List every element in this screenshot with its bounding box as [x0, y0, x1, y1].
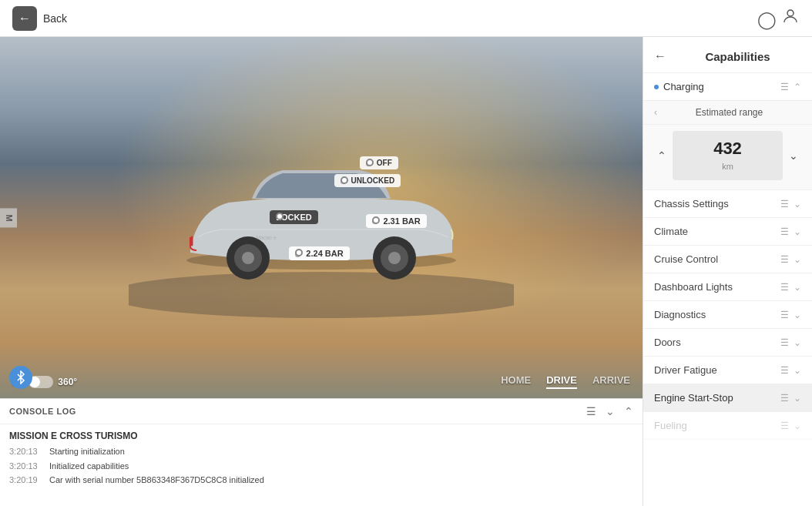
view-toggle-track[interactable]: [29, 376, 53, 388]
svg-point-0: [787, 10, 794, 16]
fueling-label: Fueling: [654, 420, 687, 431]
annotation-bar1: 2.31 BAR: [366, 214, 426, 228]
charging-icons: ☰ ⌃: [780, 82, 801, 92]
chassis-label: Chassis Settings: [654, 198, 729, 209]
back-label: Back: [43, 12, 67, 25]
bluetooth-icon[interactable]: [9, 366, 32, 389]
console-collapse-icon[interactable]: ⌃: [624, 405, 633, 417]
capabilities-title: Capabilities: [674, 50, 801, 63]
chassis-icons: ☰ ⌄: [780, 199, 801, 209]
console-download-icon[interactable]: ⌄: [606, 405, 615, 417]
diagnostics-icons: ☰ ⌄: [780, 310, 801, 320]
svg-point-5: [242, 252, 254, 264]
left-panel: PORSCHE Macan e OFF UNLOCKED LOCKED: [0, 37, 643, 506]
dashboard-icons: ☰ ⌄: [780, 282, 801, 293]
console-title: CONSOLE LOG: [9, 407, 76, 416]
charging-chevron-icon[interactable]: ⌃: [794, 82, 801, 92]
chassis-chevron-icon: ⌄: [794, 199, 801, 209]
section-chassis[interactable]: Chassis Settings ☰ ⌄: [643, 190, 812, 218]
nav-tab-drive[interactable]: DRIVE: [546, 374, 577, 389]
dashboard-label: Dashboard Lights: [654, 281, 733, 293]
dashboard-chevron-icon: ⌄: [794, 282, 801, 293]
svg-point-8: [388, 252, 401, 264]
cruise-lines-icon: ☰: [780, 254, 789, 265]
annotation-locked: LOCKED: [270, 210, 317, 224]
range-up-icon[interactable]: ⌃: [654, 146, 669, 165]
doors-chevron-icon: ⌄: [794, 337, 801, 348]
section-driver-fatigue[interactable]: Driver Fatigue ☰ ⌄: [643, 357, 812, 384]
cruise-chevron-icon: ⌄: [794, 254, 801, 265]
engine-start-stop-icons: ☰ ⌄: [780, 393, 801, 404]
climate-chevron-icon: ⌄: [794, 226, 801, 237]
section-charging-header[interactable]: Charging ☰ ⌃: [643, 73, 812, 100]
driver-fatigue-label: Driver Fatigue: [654, 364, 717, 376]
climate-icons: ☰ ⌄: [780, 226, 801, 237]
annotation-bar2: 2.24 BAR: [289, 246, 349, 260]
charging-expanded: ‹ Estimated range ⌃ 432 km ⌄: [643, 100, 812, 189]
log-msg-1: Starting initialization: [49, 444, 125, 459]
driver-fatigue-lines-icon: ☰: [780, 365, 789, 376]
section-fueling[interactable]: Fueling ☰ ⌄: [643, 412, 812, 440]
dashboard-lines-icon: ☰: [780, 282, 789, 293]
svg-text:Macan e: Macan e: [256, 235, 277, 240]
doors-lines-icon: ☰: [780, 337, 789, 348]
section-doors[interactable]: Doors ☰ ⌄: [643, 329, 812, 357]
engine-start-stop-label: Engine Start-Stop: [654, 392, 733, 404]
car-illustration: PORSCHE Macan e: [129, 118, 514, 318]
view-360-label: 360°: [58, 377, 77, 387]
back-button[interactable]: ← Back: [12, 6, 67, 31]
range-number: 432: [673, 139, 783, 159]
fueling-chevron-icon: ⌄: [794, 421, 801, 431]
user-icon[interactable]: ◯︎: [757, 7, 800, 30]
range-unit: km: [722, 162, 733, 171]
car-svg-area: PORSCHE Macan e: [0, 37, 643, 398]
section-charging: Charging ☰ ⌃ ‹ Estimated range ⌃ 432 km: [643, 73, 812, 190]
range-down-icon[interactable]: ⌄: [786, 146, 801, 165]
console-actions: ☰ ⌄ ⌃: [586, 405, 633, 417]
charging-lines-icon[interactable]: ☰: [780, 82, 789, 92]
log-time-2: 3:20:13: [9, 459, 40, 474]
doors-label: Doors: [654, 337, 681, 348]
doors-icons: ☰ ⌄: [780, 337, 801, 348]
sidebar-m-button[interactable]: M: [0, 208, 17, 227]
cap-back-icon[interactable]: ←: [654, 49, 666, 63]
console-body: MISSION E CROSS TURISMO 3:20:13 Starting…: [0, 424, 643, 501]
engine-start-stop-chevron-icon: ⌄: [794, 393, 801, 404]
car-image-area: PORSCHE Macan e OFF UNLOCKED LOCKED: [0, 37, 643, 398]
driver-fatigue-icons: ☰ ⌄: [780, 365, 801, 376]
capabilities-header: ← Capabilities: [643, 37, 812, 73]
log-entry-1: 3:20:13 Starting initialization: [9, 444, 633, 459]
driver-fatigue-chevron-icon: ⌄: [794, 365, 801, 376]
estimated-range-row: ‹ Estimated range: [643, 101, 812, 125]
cruise-label: Cruise Control: [654, 253, 718, 265]
section-charging-label: Charging: [654, 81, 704, 92]
nav-tab-arrive[interactable]: ARRIVE: [592, 374, 630, 389]
fueling-icons: ☰ ⌄: [780, 421, 801, 431]
charging-dot: [654, 85, 659, 89]
mission-name: MISSION E CROSS TURISMO: [9, 431, 633, 441]
section-dashboard[interactable]: Dashboard Lights ☰ ⌄: [643, 273, 812, 301]
diagnostics-chevron-icon: ⌄: [794, 310, 801, 320]
section-diagnostics[interactable]: Diagnostics ☰ ⌄: [643, 301, 812, 329]
log-time-3: 3:20:19: [9, 473, 40, 488]
engine-start-stop-lines-icon: ☰: [780, 393, 789, 404]
climate-lines-icon: ☰: [780, 226, 789, 237]
log-entry-2: 3:20:13 Initialized capabilities: [9, 459, 633, 474]
console-filter-icon[interactable]: ☰: [586, 405, 596, 417]
car-bottom-bar: 2D 360° HOME DRIVE ARRIVE: [0, 374, 643, 389]
fueling-lines-icon: ☰: [780, 421, 789, 431]
section-engine-start-stop[interactable]: Engine Start-Stop ☰ ⌄: [643, 384, 812, 412]
range-value-box: 432 km: [673, 131, 783, 180]
nav-tabs: HOME DRIVE ARRIVE: [501, 374, 630, 389]
nav-tab-home[interactable]: HOME: [501, 374, 531, 389]
estimated-range-label: Estimated range: [657, 107, 801, 118]
console-header: CONSOLE LOG ☰ ⌄ ⌃: [0, 399, 643, 424]
main-content: PORSCHE Macan e OFF UNLOCKED LOCKED: [0, 37, 812, 506]
diagnostics-label: Diagnostics: [654, 309, 706, 320]
section-climate[interactable]: Climate ☰ ⌄: [643, 218, 812, 246]
section-cruise[interactable]: Cruise Control ☰ ⌄: [643, 246, 812, 273]
range-control: ⌃ 432 km ⌄: [643, 125, 812, 189]
chassis-lines-icon: ☰: [780, 199, 789, 209]
back-icon: ←: [12, 6, 37, 31]
climate-label: Climate: [654, 226, 688, 237]
